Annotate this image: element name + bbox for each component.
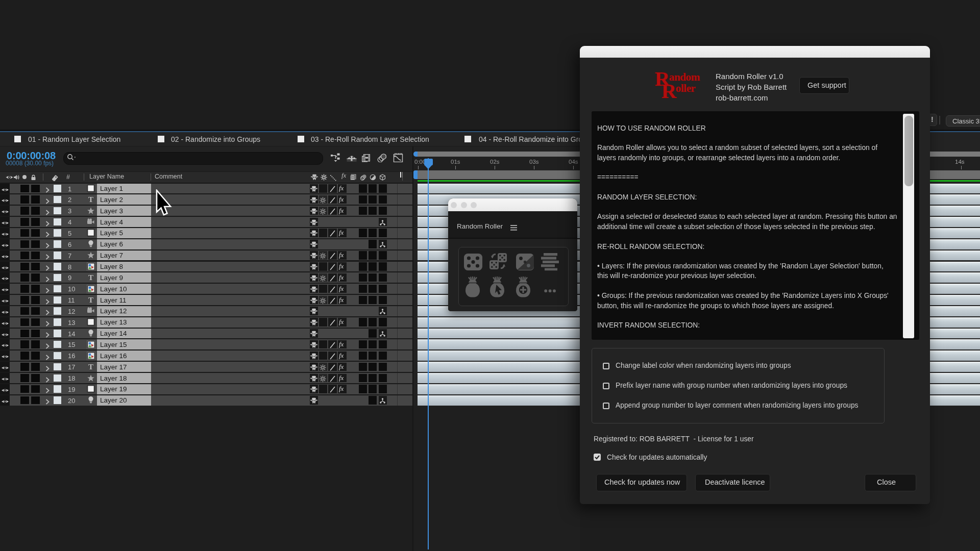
svg-text:fx: fx <box>339 341 344 348</box>
svg-text:T: T <box>88 363 93 371</box>
svg-text:fx: fx <box>339 263 344 270</box>
svg-text:T: T <box>88 195 93 204</box>
svg-text:fx: fx <box>339 229 344 236</box>
svg-text:fx: fx <box>339 363 344 370</box>
svg-text:fx: fx <box>339 385 344 392</box>
svg-text:fx: fx <box>339 185 344 192</box>
svg-text:fx: fx <box>339 318 344 325</box>
svg-text:fx: fx <box>339 252 344 259</box>
svg-text:T: T <box>88 273 93 282</box>
svg-text:fx: fx <box>339 207 344 214</box>
svg-text:fx: fx <box>339 274 344 281</box>
svg-text:fx: fx <box>339 285 344 292</box>
svg-text:fx: fx <box>339 352 344 359</box>
svg-text:fx: fx <box>339 374 344 382</box>
svg-text:fx: fx <box>339 196 344 203</box>
svg-text:fx: fx <box>341 172 347 179</box>
svg-text:T: T <box>88 296 93 304</box>
svg-text:fx: fx <box>339 296 344 304</box>
